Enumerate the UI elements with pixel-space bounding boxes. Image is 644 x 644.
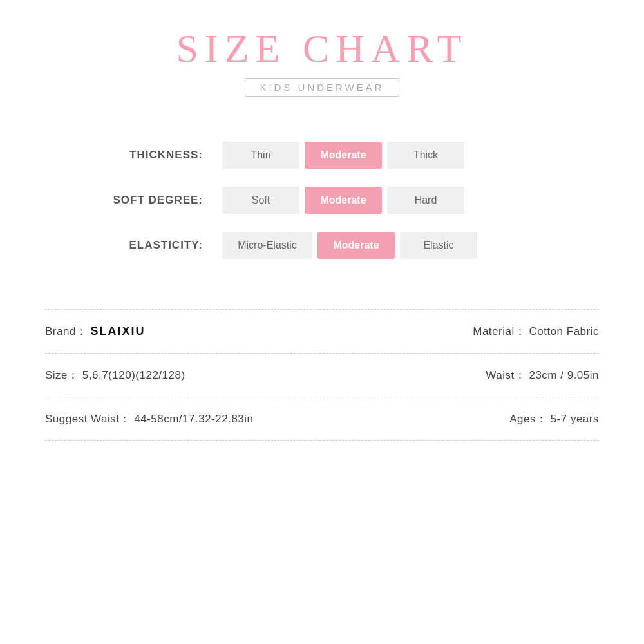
size-label: Size：: [45, 369, 79, 381]
waist-label: Waist：: [486, 369, 526, 381]
elasticity-row: ELASTICITY: Micro-Elastic Moderate Elast…: [80, 232, 564, 259]
waist-cell: Waist： 23cm / 9.05in: [486, 368, 599, 383]
material-label: Material：: [473, 325, 526, 337]
elasticity-options: Micro-Elastic Moderate Elastic: [222, 232, 482, 259]
elasticity-label: ELASTICITY:: [80, 239, 222, 252]
soft-degree-moderate-button[interactable]: Moderate: [305, 187, 382, 214]
ages-value: 5-7 years: [551, 413, 599, 425]
suggest-waist-cell: Suggest Waist： 44-58cm/17.32-22.83in: [45, 412, 254, 426]
info-row-suggest: Suggest Waist： 44-58cm/17.32-22.83in Age…: [45, 397, 599, 441]
thickness-thin-button[interactable]: Thin: [222, 142, 299, 169]
thickness-moderate-button[interactable]: Moderate: [305, 142, 382, 169]
size-value: 5,6,7(120)(122/128): [82, 369, 185, 381]
brand-logo: SLAIXIU: [91, 325, 146, 337]
info-row-size: Size： 5,6,7(120)(122/128) Waist： 23cm / …: [45, 354, 599, 397]
brand-label: Brand：: [45, 325, 87, 337]
soft-degree-hard-button[interactable]: Hard: [387, 187, 464, 214]
material-cell: Material： Cotton Fabric: [473, 324, 599, 339]
soft-degree-soft-button[interactable]: Soft: [222, 187, 299, 214]
header: SIZE CHART KIDS UNDERWEAR: [176, 26, 468, 97]
waist-value: 23cm / 9.05in: [529, 369, 599, 381]
page: SIZE CHART KIDS UNDERWEAR THICKNESS: Thi…: [0, 0, 644, 644]
brand-cell: Brand： SLAIXIU: [45, 324, 146, 339]
ages-cell: Ages： 5-7 years: [509, 412, 599, 426]
properties-section: THICKNESS: Thin Moderate Thick SOFT DEGR…: [80, 142, 564, 277]
material-value: Cotton Fabric: [529, 325, 599, 337]
page-title: SIZE CHART: [176, 26, 468, 71]
size-cell: Size： 5,6,7(120)(122/128): [45, 368, 185, 383]
thickness-options: Thin Moderate Thick: [222, 142, 469, 169]
elasticity-elastic-button[interactable]: Elastic: [400, 232, 477, 259]
soft-degree-row: SOFT DEGREE: Soft Moderate Hard: [80, 187, 564, 214]
suggest-waist-label: Suggest Waist：: [45, 413, 131, 425]
elasticity-micro-button[interactable]: Micro-Elastic: [222, 232, 312, 259]
subtitle: KIDS UNDERWEAR: [245, 78, 399, 97]
ages-label: Ages：: [509, 413, 547, 425]
info-section: Brand： SLAIXIU Material： Cotton Fabric S…: [32, 309, 612, 441]
thickness-thick-button[interactable]: Thick: [387, 142, 464, 169]
suggest-waist-value: 44-58cm/17.32-22.83in: [134, 413, 253, 425]
thickness-label: THICKNESS:: [80, 149, 222, 162]
soft-degree-options: Soft Moderate Hard: [222, 187, 469, 214]
info-row-brand: Brand： SLAIXIU Material： Cotton Fabric: [45, 309, 599, 354]
thickness-row: THICKNESS: Thin Moderate Thick: [80, 142, 564, 169]
elasticity-moderate-button[interactable]: Moderate: [317, 232, 395, 259]
soft-degree-label: SOFT DEGREE:: [80, 194, 222, 207]
